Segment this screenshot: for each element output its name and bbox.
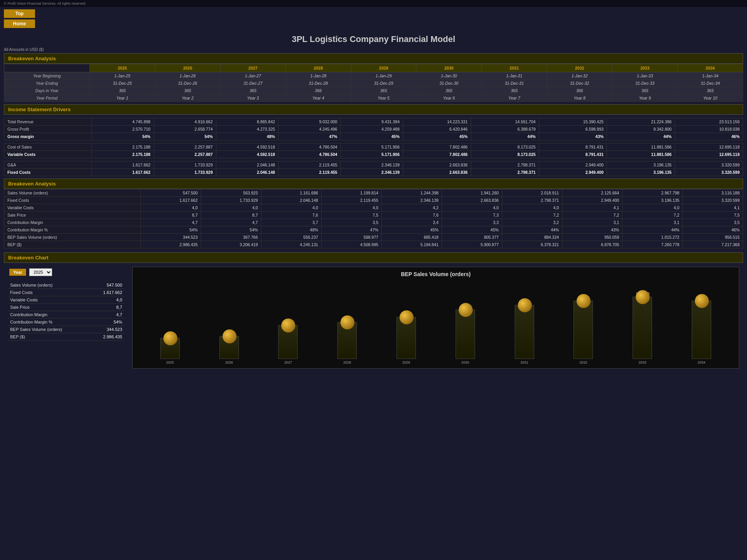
cell: 46% <box>675 133 743 140</box>
cell: 31-Dec-29 <box>351 80 416 87</box>
chart-left: Year 2025 2026 2027 2028 2029 2030 2031 … <box>8 267 124 369</box>
cell: 1.733.929 <box>154 161 216 168</box>
cell: 1.015.272 <box>622 233 683 241</box>
year-2029: 2029 <box>351 64 416 72</box>
cell: 4.916.662 <box>154 118 216 125</box>
summary-variable-costs-label: Variable Costs <box>8 296 90 303</box>
spacer-row <box>4 158 743 161</box>
year-label: 2029 <box>393 360 420 364</box>
cell: Year 4 <box>286 94 351 102</box>
year-label: 2028 <box>333 360 361 364</box>
cell: 4,0 <box>442 204 502 211</box>
cell: 3,5 <box>683 219 743 226</box>
copyright-text: © Profit Vision Financial Services. All … <box>4 2 86 5</box>
cell: 3,1 <box>622 219 683 226</box>
row-header-label: Days in Year <box>4 87 90 94</box>
cell: 547.500 <box>141 189 201 196</box>
cell: 14.561.704 <box>471 118 539 125</box>
bar-wrapper: 884.324 <box>515 305 534 359</box>
bar-dot <box>163 331 177 345</box>
cell: 2.046.148 <box>216 168 278 176</box>
year-2030: 2030 <box>416 64 482 72</box>
cell: 44% <box>502 226 562 233</box>
bar-wrapper: 950.059 <box>573 301 593 359</box>
cell: 9.342.800 <box>607 125 675 133</box>
bar-wrapper: 367.766 <box>219 336 239 359</box>
year-select[interactable]: 2025 2026 2027 2028 2029 2030 2031 2032 … <box>29 268 52 276</box>
cell: Year 2 <box>155 94 220 102</box>
row-label: Variable Costs <box>4 150 92 158</box>
summary-sales-volume-value: 547.500 <box>90 282 124 289</box>
cell: 47% <box>321 226 382 233</box>
cell: 44% <box>607 133 675 140</box>
bar-group: 556.237 <box>274 297 302 359</box>
cell: 8,7 <box>201 211 261 219</box>
cell: 1.941.260 <box>442 189 502 196</box>
cell: 31-Dec-32 <box>547 80 612 87</box>
year-label: 2030 <box>452 360 479 364</box>
cell: 1-Jan-31 <box>482 72 547 80</box>
cell: 4,7 <box>141 219 201 226</box>
cell: 4,1 <box>562 204 622 211</box>
cell: 4.786.504 <box>278 143 340 150</box>
cell: 48% <box>261 226 321 233</box>
table-row: BEP Sales Volume (orders)344.523367.7665… <box>4 233 743 241</box>
bar-chart: 344.523367.766556.237598.977685.418805.3… <box>137 281 735 359</box>
summary-variable-costs: Variable Costs 4,0 <box>8 296 124 303</box>
cell: Year 10 <box>678 94 743 102</box>
cell: 805.377 <box>442 233 502 241</box>
cell: 2.046.148 <box>216 161 278 168</box>
top-button[interactable]: Top <box>4 9 35 18</box>
cell: 7,3 <box>442 211 502 219</box>
bar-group: 956.515 <box>688 297 715 359</box>
row-label: Contribution Margin % <box>4 226 141 233</box>
cell: 1-Jan-25 <box>90 72 155 80</box>
cell: 1.244.398 <box>382 189 442 196</box>
row-label: Variable Costs <box>4 204 141 211</box>
home-button[interactable]: Home <box>4 19 35 28</box>
table-row: Variable Costs4,04,04,04,04,24,04,04,14,… <box>4 204 743 211</box>
row-label: Total Revenue <box>4 118 92 125</box>
cell: 2.346.139 <box>340 168 403 176</box>
main-content: Breakeven Analysis 2025 2026 2027 2028 2… <box>0 53 747 373</box>
cell: 2.658.774 <box>154 125 216 133</box>
cell: 365 <box>612 87 678 94</box>
cell: 1-Jan-28 <box>286 72 351 80</box>
spacer-row <box>4 115 743 118</box>
year-selector: Year 2025 2026 2027 2028 2029 2030 2031 … <box>8 267 124 278</box>
row-header-label: Year Period <box>4 94 90 102</box>
summary-sale-price-label: Sale Price <box>8 303 90 311</box>
year-2028: 2028 <box>286 64 351 72</box>
cell: 1.617.662 <box>91 168 154 176</box>
table-row: Cost of Sales2.175.1882.257.8874.592.518… <box>4 143 743 150</box>
cell: Year 5 <box>351 94 416 102</box>
cell: 43% <box>562 226 622 233</box>
table-row: Days in Year3653653653663653653653663653… <box>4 87 743 94</box>
cell: 3,5 <box>321 219 382 226</box>
bar-group: 884.324 <box>511 297 538 359</box>
cell: 7,6 <box>382 211 442 219</box>
cell: 6.598.993 <box>539 125 607 133</box>
cell: 2.570.710 <box>91 125 154 133</box>
cell: 3.196.135 <box>622 196 683 204</box>
year-2034: 2034 <box>678 64 743 72</box>
cell: 2.949.400 <box>562 196 622 204</box>
row-label: G&A <box>4 161 92 168</box>
cell: 7.217.368 <box>683 241 743 248</box>
row-label: Sale Price <box>4 211 141 219</box>
cell: 1-Jan-27 <box>220 72 286 80</box>
bar-wrapper: 556.237 <box>278 325 298 359</box>
summary-fixed-costs: Fixed Costs 1.617.662 <box>8 289 124 296</box>
cell: 884.324 <box>502 233 562 241</box>
cell: 956.515 <box>683 233 743 241</box>
cell: 365 <box>482 87 547 94</box>
breakeven-detail-table: Sales Volume (orders)547.500563.9251.161… <box>4 189 743 248</box>
cell: 2.018.911 <box>502 189 562 196</box>
cell: 8.791.431 <box>539 150 607 158</box>
table-row: Gross Profit2.570.7102.658.7744.273.3254… <box>4 125 743 133</box>
cell: 366 <box>286 87 351 94</box>
cell: Year 6 <box>416 94 482 102</box>
row-label: Contribution Margin <box>4 219 141 226</box>
year-label: 2034 <box>688 360 715 364</box>
cell: 8.791.431 <box>539 143 607 150</box>
